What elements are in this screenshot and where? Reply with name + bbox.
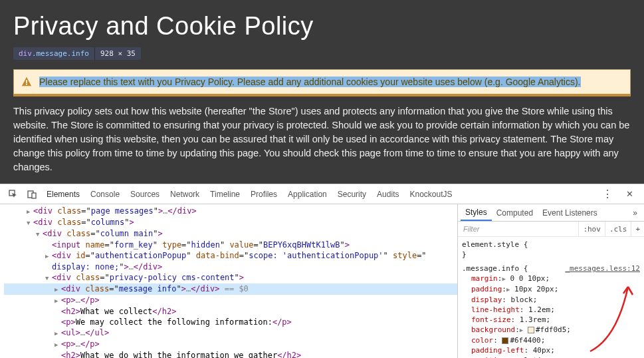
policy-body-text: This privacy policy sets out how this we… xyxy=(13,104,631,174)
styles-filter-input[interactable]: Filter xyxy=(458,225,578,233)
styles-panel: Styles Computed Event Listeners » Filter… xyxy=(458,204,644,358)
close-icon[interactable]: ✕ xyxy=(619,189,640,199)
svg-rect-4 xyxy=(32,193,36,198)
devtools-panel: Elements Console Sources Network Timelin… xyxy=(0,184,644,358)
tab-timeline[interactable]: Timeline xyxy=(205,184,245,204)
pill-selector: div.message.info xyxy=(13,47,95,60)
styles-filter-row: Filter :hov .cls + xyxy=(458,222,644,237)
tab-application[interactable]: Application xyxy=(282,184,332,204)
hov-toggle[interactable]: :hov xyxy=(578,222,605,236)
devtools-right-controls: ⋮ ✕ xyxy=(595,188,640,200)
selected-dom-node: <div class="message info">…</div> == $0 xyxy=(4,283,457,295)
tab-styles[interactable]: Styles xyxy=(461,204,492,221)
tab-audits[interactable]: Audits xyxy=(372,184,404,204)
dom-tree[interactable]: <div class="page messages">…</div> <div … xyxy=(0,204,458,358)
element-selector-pill: div.message.info 928 × 35 xyxy=(13,47,141,60)
svg-rect-1 xyxy=(26,84,27,85)
tab-sources[interactable]: Sources xyxy=(125,184,165,204)
page-viewport: Privacy and Cookie Policy div.message.in… xyxy=(0,0,644,184)
styles-tabs: Styles Computed Event Listeners » xyxy=(458,204,644,222)
tab-network[interactable]: Network xyxy=(165,184,205,204)
info-message-box: Please replace this text with you Privac… xyxy=(13,69,631,96)
tab-profiles[interactable]: Profiles xyxy=(245,184,282,204)
cls-toggle[interactable]: .cls xyxy=(605,222,631,236)
tab-console[interactable]: Console xyxy=(85,184,125,204)
chevron-right-icon[interactable]: » xyxy=(629,208,641,218)
plus-icon[interactable]: + xyxy=(631,222,644,236)
inspect-icon[interactable] xyxy=(4,184,23,204)
devtools-tabs: Elements Console Sources Network Timelin… xyxy=(0,184,644,204)
tab-computed[interactable]: Computed xyxy=(492,204,538,221)
tab-knockout[interactable]: KnockoutJS xyxy=(404,184,457,204)
info-message-text: Please replace this text with you Privac… xyxy=(39,77,581,87)
warning-icon xyxy=(21,76,33,88)
device-icon[interactable] xyxy=(23,184,41,204)
devtools-body: <div class="page messages">…</div> <div … xyxy=(0,204,644,358)
css-rules[interactable]: element.style { } _messages.less:12.mess… xyxy=(458,237,644,358)
source-link[interactable]: _messages.less:12 xyxy=(565,264,640,273)
pill-dimensions: 928 × 35 xyxy=(95,47,141,60)
svg-rect-0 xyxy=(26,80,27,83)
more-icon[interactable]: ⋮ xyxy=(595,188,619,200)
page-title: Privacy and Cookie Policy xyxy=(13,12,631,41)
tab-security[interactable]: Security xyxy=(332,184,372,204)
tab-event-listeners[interactable]: Event Listeners xyxy=(538,204,602,221)
tab-elements[interactable]: Elements xyxy=(41,184,85,204)
